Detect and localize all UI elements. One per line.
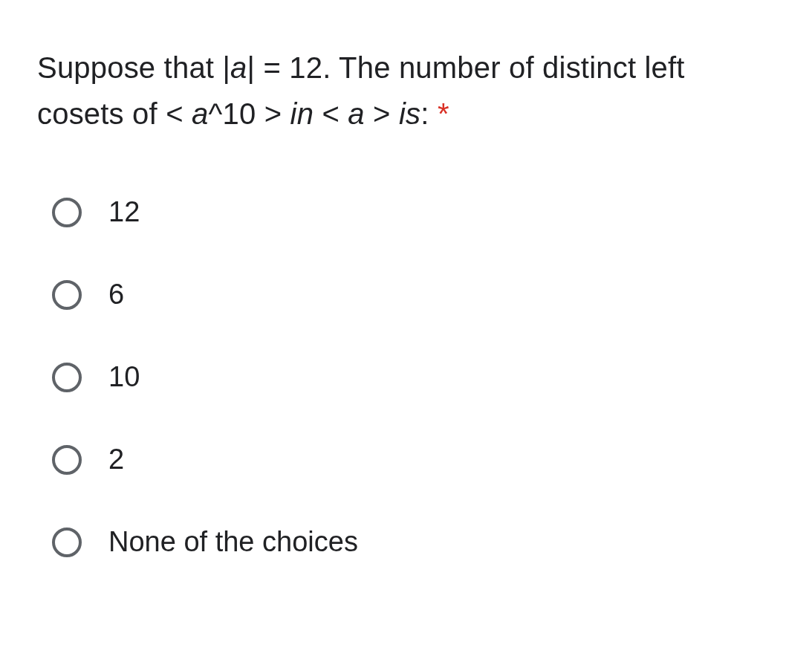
- radio-icon: [52, 198, 82, 227]
- question-italic: a: [348, 97, 364, 130]
- option-12[interactable]: 12: [52, 196, 775, 228]
- option-6[interactable]: 6: [52, 279, 775, 311]
- question-part: Suppose that |: [37, 51, 230, 84]
- option-label: 10: [108, 361, 140, 393]
- option-2[interactable]: 2: [52, 444, 775, 476]
- radio-icon: [52, 280, 82, 310]
- option-10[interactable]: 10: [52, 361, 775, 393]
- question-italic: is: [399, 97, 420, 130]
- question-part: :: [420, 97, 429, 130]
- option-label: 6: [108, 279, 124, 311]
- question-italic: a: [230, 51, 247, 84]
- options-list: 12 6 10 2 None of the choices: [37, 196, 775, 558]
- question-text: Suppose that |a| = 12. The number of dis…: [37, 45, 775, 137]
- radio-icon: [52, 528, 82, 557]
- option-label: 12: [108, 196, 140, 228]
- question-part: >: [365, 97, 399, 130]
- required-asterisk: *: [438, 97, 449, 130]
- question-italic: in: [290, 97, 314, 130]
- option-none[interactable]: None of the choices: [52, 526, 775, 558]
- radio-icon: [52, 363, 82, 392]
- radio-icon: [52, 445, 82, 475]
- question-italic: a: [192, 97, 208, 130]
- question-part: ^10 >: [209, 97, 290, 130]
- form-question-card: Suppose that |a| = 12. The number of dis…: [0, 0, 812, 595]
- question-part: <: [314, 97, 348, 130]
- option-label: 2: [108, 444, 124, 476]
- option-label: None of the choices: [108, 526, 358, 558]
